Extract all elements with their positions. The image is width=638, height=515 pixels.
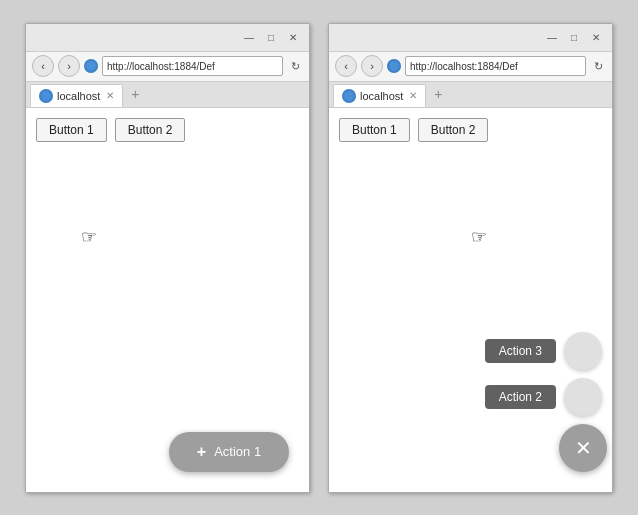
title-bar-left: — □ ✕ (26, 24, 309, 52)
title-bar-right: — □ ✕ (329, 24, 612, 52)
cursor-right: ☞ (471, 226, 487, 248)
address-input-right[interactable] (405, 56, 586, 76)
tab-bar-left: localhost ✕ + (26, 82, 309, 108)
tab-localhost-left[interactable]: localhost ✕ (30, 84, 123, 107)
address-bar-left: ‹ › ↻ (26, 52, 309, 82)
minimize-button-right[interactable]: — (544, 29, 560, 45)
cursor-left: ☞ (81, 226, 97, 248)
page-button-2-left[interactable]: Button 2 (115, 118, 186, 142)
close-button-left[interactable]: ✕ (285, 29, 301, 45)
title-controls-left: — □ ✕ (241, 29, 301, 45)
browser-icon-right (387, 59, 401, 73)
maximize-button-left[interactable]: □ (263, 29, 279, 45)
browser-window-left: — □ ✕ ‹ › ↻ localhost ✕ + Button 1 Butto… (25, 23, 310, 493)
address-bar-right: ‹ › ↻ (329, 52, 612, 82)
button-row-left: Button 1 Button 2 (26, 108, 309, 152)
speed-dial-item-action3: Action 3 (485, 332, 602, 370)
refresh-button-left[interactable]: ↻ (287, 58, 303, 74)
browser-icon-left (84, 59, 98, 73)
address-input-left[interactable] (102, 56, 283, 76)
tab-icon-left (39, 89, 53, 103)
maximize-button-right[interactable]: □ (566, 29, 582, 45)
back-button-right[interactable]: ‹ (335, 55, 357, 77)
tab-label-left: localhost (57, 90, 100, 102)
button-row-right: Button 1 Button 2 (329, 108, 612, 152)
tab-label-right: localhost (360, 90, 403, 102)
page-button-2-right[interactable]: Button 2 (418, 118, 489, 142)
action2-mini-fab[interactable] (564, 378, 602, 416)
action3-mini-fab[interactable] (564, 332, 602, 370)
tab-close-left[interactable]: ✕ (106, 90, 114, 101)
speed-dial-container: Action 3 Action 2 ✕ (485, 332, 602, 472)
fab-action1[interactable]: + Action 1 (169, 432, 289, 472)
action2-label[interactable]: Action 2 (485, 385, 556, 409)
fab-label: Action 1 (214, 444, 261, 459)
title-controls-right: — □ ✕ (544, 29, 604, 45)
tab-localhost-right[interactable]: localhost ✕ (333, 84, 426, 107)
page-button-1-right[interactable]: Button 1 (339, 118, 410, 142)
page-button-1-left[interactable]: Button 1 (36, 118, 107, 142)
tab-icon-right (342, 89, 356, 103)
minimize-button-left[interactable]: — (241, 29, 257, 45)
forward-button-right[interactable]: › (361, 55, 383, 77)
fab-close-button[interactable]: ✕ (559, 424, 607, 472)
tab-bar-right: localhost ✕ + (329, 82, 612, 108)
new-tab-button-right[interactable]: + (428, 84, 448, 104)
fab-plus-icon: + (197, 443, 206, 461)
refresh-button-right[interactable]: ↻ (590, 58, 606, 74)
close-button-right[interactable]: ✕ (588, 29, 604, 45)
new-tab-button-left[interactable]: + (125, 84, 145, 104)
fab-container-left: + Action 1 (169, 432, 289, 472)
page-content-right: Button 1 Button 2 ☞ Action 3 Action 2 ✕ (329, 108, 612, 492)
page-content-left: Button 1 Button 2 ☞ + Action 1 (26, 108, 309, 492)
browser-window-right: — □ ✕ ‹ › ↻ localhost ✕ + Button 1 Butto… (328, 23, 613, 493)
forward-button-left[interactable]: › (58, 55, 80, 77)
tab-close-right[interactable]: ✕ (409, 90, 417, 101)
back-button-left[interactable]: ‹ (32, 55, 54, 77)
close-fab-row: ✕ (485, 424, 602, 472)
action3-label[interactable]: Action 3 (485, 339, 556, 363)
speed-dial-item-action2: Action 2 (485, 378, 602, 416)
